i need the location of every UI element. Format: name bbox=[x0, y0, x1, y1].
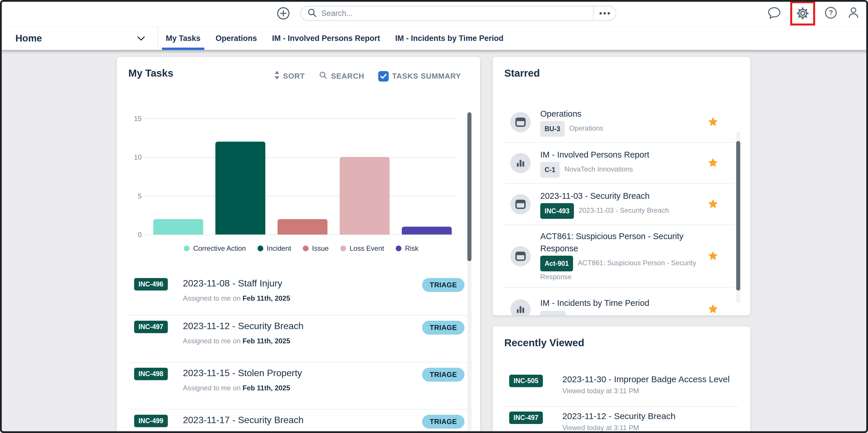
window-icon bbox=[510, 112, 531, 132]
star-icon[interactable] bbox=[708, 117, 718, 128]
status-badge: TRIAGE bbox=[422, 368, 464, 382]
task-title: 2023-11-15 - Stolen Property bbox=[183, 367, 422, 379]
y-axis-tick: 10 bbox=[128, 153, 142, 161]
tasks-summary-chart: 051015 Corrective Action Incident Issue … bbox=[128, 112, 469, 257]
window-icon bbox=[510, 246, 531, 267]
star-icon[interactable] bbox=[708, 304, 718, 315]
recently-viewed-item-time: Viewed today at 3:11 PM bbox=[562, 424, 739, 432]
legend-dot bbox=[303, 246, 309, 251]
legend-item: Loss Event bbox=[340, 244, 384, 252]
top-bar: ? bbox=[0, 0, 868, 27]
gridline bbox=[145, 118, 457, 119]
bar-corrective-action bbox=[153, 219, 203, 235]
search-bar bbox=[301, 6, 616, 21]
starred-item[interactable]: IM - Incidents by Time Period bbox=[504, 288, 735, 315]
task-row[interactable]: INC-498 2023-11-15 - Stolen Property Ass… bbox=[128, 363, 469, 409]
task-assigned: Assigned to me on Feb 11th, 2025 bbox=[183, 384, 422, 392]
scrollbar-thumb[interactable] bbox=[467, 112, 471, 261]
legend-dot bbox=[340, 246, 346, 251]
recently-viewed-item[interactable]: INC-505 2023-11-30 - Improper Badge Acce… bbox=[504, 370, 739, 407]
starred-item-title: ACT861: Suspicious Person - Security Res… bbox=[540, 230, 703, 254]
search-icon bbox=[307, 7, 317, 19]
tasks-summary-checkbox[interactable] bbox=[378, 71, 389, 82]
recently-viewed-title: Recently Viewed bbox=[504, 337, 584, 348]
legend-dot bbox=[396, 246, 402, 251]
starred-item[interactable]: IM - Involved Persons Report C-1NovaTech… bbox=[504, 143, 735, 184]
help-icon[interactable]: ? bbox=[824, 6, 838, 21]
scrollbar-thumb[interactable] bbox=[736, 141, 740, 290]
svg-text:?: ? bbox=[829, 9, 833, 17]
task-row[interactable]: INC-497 2023-11-12 - Security Breach Ass… bbox=[128, 315, 469, 363]
home-label: Home bbox=[16, 33, 42, 44]
starred-item-sub: Act-901ACT861: Suspicious Person - Secur… bbox=[540, 256, 703, 282]
home-dropdown[interactable]: Home bbox=[16, 27, 42, 50]
legend-dot bbox=[184, 246, 190, 251]
nav-bar: Home My Tasks Operations IM - Involved P… bbox=[0, 27, 868, 50]
task-id-badge: INC-496 bbox=[134, 278, 168, 290]
gear-icon[interactable] bbox=[795, 6, 810, 21]
starred-item[interactable]: Operations BU-3Operations bbox=[504, 102, 735, 143]
chevron-down-icon[interactable] bbox=[137, 36, 145, 42]
search-tasks-button[interactable]: SEARCH bbox=[319, 71, 364, 82]
main-content: My Tasks SORT SEARCH TASKS SUMMARY bbox=[0, 50, 868, 433]
task-row[interactable]: INC-496 2023-11-08 - Staff Injury Assign… bbox=[128, 273, 469, 315]
tab-im-incidents-by-time-period[interactable]: IM - Incidents by Time Period bbox=[388, 27, 511, 50]
item-id-badge bbox=[540, 311, 566, 315]
tab-operations[interactable]: Operations bbox=[208, 27, 265, 50]
tab-my-tasks[interactable]: My Tasks bbox=[158, 27, 208, 50]
gridline bbox=[145, 157, 457, 158]
window-icon bbox=[510, 194, 531, 214]
item-id-badge: BU-3 bbox=[540, 121, 565, 137]
bar-incident bbox=[215, 142, 265, 235]
starred-item[interactable]: 2023-11-03 - Security Breach INC-4932023… bbox=[504, 184, 735, 225]
tab-bar: My Tasks Operations IM - Involved Person… bbox=[158, 27, 511, 50]
recently-viewed-item[interactable]: INC-497 2023-11-12 - Security Breach Vie… bbox=[504, 407, 739, 433]
starred-item-sub bbox=[540, 310, 703, 315]
bar-loss-event bbox=[340, 157, 390, 235]
y-axis-tick: 15 bbox=[128, 115, 142, 123]
starred-title: Starred bbox=[504, 67, 540, 79]
sort-button[interactable]: SORT bbox=[274, 71, 305, 82]
annotation-highlight bbox=[790, 1, 815, 26]
bar-risk bbox=[402, 227, 452, 235]
recently-viewed-card: Recently Viewed INC-505 2023-11-30 - Imp… bbox=[493, 327, 750, 433]
recently-viewed-item-title: 2023-11-30 - Improper Badge Access Level bbox=[562, 374, 739, 384]
starred-item-title: IM - Involved Persons Report bbox=[540, 149, 703, 161]
search-icon bbox=[319, 71, 328, 82]
y-axis-tick: 0 bbox=[128, 231, 142, 239]
task-row[interactable]: INC-499 2023-11-17 - Security Breach TRI… bbox=[128, 409, 469, 433]
starred-item-sub: INC-4932023-11-03 - Security Breach bbox=[540, 203, 703, 219]
task-title: 2023-11-12 - Security Breach bbox=[183, 320, 422, 332]
more-options-icon[interactable] bbox=[593, 6, 616, 20]
tab-im-involved-persons-report[interactable]: IM - Involved Persons Report bbox=[265, 27, 388, 50]
starred-item-title: Operations bbox=[540, 108, 703, 120]
item-id-badge: INC-505 bbox=[509, 375, 543, 387]
item-id-badge: C-1 bbox=[540, 162, 560, 178]
star-icon[interactable] bbox=[708, 158, 718, 168]
my-tasks-title: My Tasks bbox=[128, 67, 173, 79]
search-input[interactable] bbox=[321, 9, 593, 18]
starred-item[interactable]: ACT861: Suspicious Person - Security Res… bbox=[504, 225, 735, 288]
chat-icon[interactable] bbox=[767, 6, 781, 21]
legend-item: Incident bbox=[257, 244, 291, 252]
person-icon[interactable] bbox=[846, 6, 861, 21]
tasks-summary-toggle[interactable]: TASKS SUMMARY bbox=[378, 71, 461, 82]
star-icon[interactable] bbox=[708, 199, 718, 210]
task-list: INC-496 2023-11-08 - Staff Injury Assign… bbox=[117, 273, 480, 433]
recently-viewed-item-time: Viewed today at 3:11 PM bbox=[562, 387, 739, 395]
bar-chart-icon bbox=[510, 153, 531, 173]
add-icon[interactable] bbox=[277, 7, 290, 20]
task-assigned: Assigned to me on Feb 11th, 2025 bbox=[183, 294, 422, 302]
gridline bbox=[145, 196, 457, 196]
item-id-badge: INC-493 bbox=[540, 203, 574, 219]
legend-item: Risk bbox=[396, 244, 418, 252]
my-tasks-card: My Tasks SORT SEARCH TASKS SUMMARY bbox=[117, 57, 480, 433]
legend-item: Issue bbox=[303, 244, 329, 252]
task-id-badge: INC-498 bbox=[134, 368, 168, 380]
status-badge: TRIAGE bbox=[422, 278, 464, 292]
item-id-badge: Act-901 bbox=[540, 256, 573, 271]
star-icon[interactable] bbox=[708, 251, 718, 262]
task-title: 2023-11-08 - Staff Injury bbox=[183, 277, 422, 289]
task-id-badge: INC-499 bbox=[134, 415, 168, 427]
y-axis-tick: 5 bbox=[128, 192, 142, 200]
